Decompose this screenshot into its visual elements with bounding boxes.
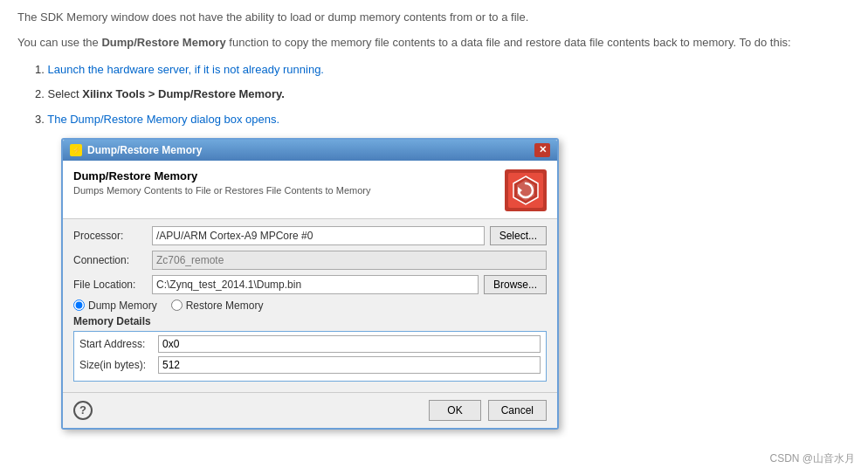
ok-button[interactable]: OK <box>429 400 480 421</box>
connection-row: Connection: <box>73 251 547 270</box>
cancel-button[interactable]: Cancel <box>488 400 547 421</box>
steps-list: 1. Launch the hardware server, if it is … <box>35 61 851 129</box>
processor-input[interactable] <box>152 226 485 245</box>
size-row: Size(in bytes): <box>79 356 541 374</box>
dialog-header-title: Dump/Restore Memory <box>73 169 371 182</box>
dialog-form: Processor: Select... Connection: File Lo… <box>63 219 557 392</box>
dialog-header: Dump/Restore Memory Dumps Memory Content… <box>63 161 557 219</box>
dialog-title-label: Dump/Restore Memory <box>87 144 202 156</box>
connection-label: Connection: <box>73 254 152 266</box>
start-address-label: Start Address: <box>79 338 158 350</box>
size-label: Size(in bytes): <box>79 359 158 371</box>
dialog-header-icon <box>505 169 547 211</box>
restore-memory-label: Restore Memory <box>186 299 264 312</box>
intro-line2: You can use the Dump/Restore Memory func… <box>17 34 851 52</box>
file-location-row: File Location: Browse... <box>73 275 547 294</box>
dialog-title-icon: ⚡ <box>70 144 82 156</box>
size-input[interactable] <box>158 356 541 374</box>
step-2: 2. Select Xilinx Tools > Dump/Restore Me… <box>35 86 851 104</box>
radio-row: Dump Memory Restore Memory <box>73 299 547 312</box>
restore-memory-radio[interactable] <box>171 299 183 311</box>
memory-details-label: Memory Details <box>73 315 547 327</box>
dump-memory-radio[interactable] <box>73 299 85 311</box>
processor-row: Processor: Select... <box>73 226 547 245</box>
start-address-row: Start Address: <box>79 335 541 353</box>
select-button[interactable]: Select... <box>490 226 547 245</box>
intro-line1: The SDK Memory window does not have the … <box>17 9 851 27</box>
processor-label: Processor: <box>73 230 152 242</box>
step-3: 3. The Dump/Restore Memory dialog box op… <box>35 111 851 129</box>
dialog-titlebar: ⚡ Dump/Restore Memory ✕ <box>63 140 557 161</box>
restore-memory-radio-label[interactable]: Restore Memory <box>171 299 264 312</box>
dump-restore-dialog: ⚡ Dump/Restore Memory ✕ Dump/Restore Mem… <box>61 138 559 430</box>
file-location-input[interactable] <box>152 275 479 294</box>
dialog-footer: ? OK Cancel <box>63 392 557 428</box>
file-location-label: File Location: <box>73 279 152 291</box>
help-button[interactable]: ? <box>73 401 93 420</box>
browse-button[interactable]: Browse... <box>484 275 547 294</box>
dump-memory-label: Dump Memory <box>88 299 157 312</box>
dump-restore-bold: Dump/Restore Memory <box>101 36 225 49</box>
dialog-close-button[interactable]: ✕ <box>534 143 550 157</box>
footer-buttons: OK Cancel <box>429 400 547 421</box>
dialog-header-desc: Dumps Memory Contents to File or Restore… <box>73 185 371 196</box>
start-address-input[interactable] <box>158 335 541 353</box>
dump-memory-radio-label[interactable]: Dump Memory <box>73 299 157 312</box>
watermark: CSDN @山音水月 <box>769 451 855 466</box>
step-1: 1. Launch the hardware server, if it is … <box>35 61 851 79</box>
connection-input <box>152 251 547 270</box>
memory-details-box: Start Address: Size(in bytes): <box>73 331 547 382</box>
